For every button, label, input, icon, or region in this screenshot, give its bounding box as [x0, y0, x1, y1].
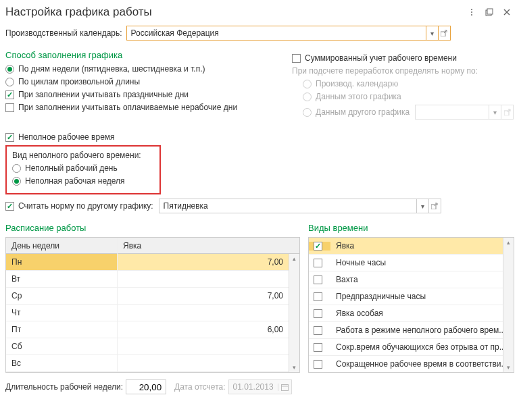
check-summarized[interactable]: Суммированный учет рабочего времени	[292, 53, 514, 63]
start-date-input: 01.01.2013	[228, 379, 292, 394]
calendar-icon	[278, 384, 291, 391]
svg-point-1	[471, 11, 472, 13]
cell-checkbox[interactable]	[309, 343, 330, 352]
cell-checkbox[interactable]	[309, 275, 330, 284]
radio-label: По циклам произвольной длины	[18, 77, 140, 86]
schedule-table-title: Расписание работы	[5, 223, 300, 233]
radio-by-week-days[interactable]: По дням недели (пятидневка, шестидневка …	[5, 64, 276, 74]
open-icon[interactable]	[428, 199, 441, 213]
radio-part-week[interactable]: Неполная рабочая неделя	[12, 176, 154, 186]
list-item[interactable]: Работа в режиме неполного рабочего врем.…	[309, 322, 514, 339]
more-icon[interactable]	[465, 5, 478, 19]
start-date-value: 01.01.2013	[229, 382, 278, 392]
list-item[interactable]: Сокр.время обучающихся без отрыва от пр.…	[309, 339, 514, 356]
checkbox-icon	[5, 103, 14, 112]
list-item[interactable]: Вахта	[309, 271, 514, 288]
checkbox-icon	[5, 90, 14, 99]
cell-checkbox[interactable]	[309, 309, 330, 318]
week-duration-input[interactable]	[126, 379, 166, 394]
cell-day[interactable]: Чт	[6, 305, 118, 321]
cell-checkbox[interactable]	[309, 326, 330, 335]
list-item[interactable]: Явка особая	[309, 305, 514, 322]
checkbox-icon	[292, 54, 301, 63]
cell-time-type: Работа в режиме неполного рабочего врем.…	[330, 322, 514, 338]
cell-checkbox[interactable]	[309, 292, 330, 301]
cell-hours[interactable]: 6,00	[118, 321, 299, 338]
radio-label: Неполный рабочий день	[25, 163, 118, 173]
checkbox-icon	[314, 275, 322, 284]
checkbox-icon	[314, 242, 322, 251]
list-item[interactable]: Предпраздничные часы	[309, 288, 514, 305]
window-restore-icon[interactable]	[483, 5, 496, 19]
cell-day[interactable]: Сб	[6, 338, 118, 355]
checkbox-label: Неполное рабочее время	[18, 132, 115, 142]
th-day[interactable]: День недели	[6, 238, 118, 254]
cell-hours[interactable]: 7,00	[118, 254, 299, 270]
radio-icon	[303, 80, 312, 88]
cell-day[interactable]: Ср	[6, 288, 118, 304]
cell-hours[interactable]: 7,00	[118, 288, 299, 304]
checkbox-label: Считать норму по другому графику:	[18, 201, 153, 211]
cell-day[interactable]: Пн	[6, 254, 118, 270]
table-row[interactable]: Пн7,00	[6, 254, 299, 271]
dropdown-icon[interactable]: ▾	[426, 26, 438, 40]
table-row[interactable]: Вс	[6, 355, 299, 372]
cell-day[interactable]: Вт	[6, 271, 118, 287]
radio-by-cycles[interactable]: По циклам произвольной длины	[5, 77, 276, 86]
check-part-time[interactable]: Неполное рабочее время	[5, 132, 514, 142]
cell-time-type: Вахта	[330, 271, 514, 288]
list-item[interactable]: Ночные часы	[309, 255, 514, 271]
scrollbar[interactable]: ▴▾	[289, 254, 299, 372]
calendar-select[interactable]: Российская Федерация ▾	[126, 26, 451, 41]
checkbox-icon	[314, 326, 322, 335]
table-row[interactable]: Вт	[6, 271, 299, 288]
dropdown-icon[interactable]: ▾	[416, 199, 428, 213]
checkbox-label: Суммированный учет рабочего времени	[305, 53, 457, 63]
radio-by-prod-calendar: Производ. календарю	[303, 79, 514, 88]
table-row[interactable]: Ср7,00	[6, 288, 299, 305]
radio-label: Данным другого графика	[316, 107, 410, 117]
table-row[interactable]: Сб	[6, 338, 299, 355]
svg-rect-4	[487, 9, 493, 14]
checkbox-icon	[314, 292, 322, 301]
week-duration-label: Длительность рабочей недели:	[5, 382, 123, 392]
svg-point-2	[471, 14, 472, 16]
cell-checkbox[interactable]	[309, 259, 330, 267]
radio-label: Производ. календарю	[316, 79, 398, 88]
cell-time-type: Сокр.время обучающихся без отрыва от пр.…	[330, 339, 514, 355]
scrollbar[interactable]: ▴▾	[503, 238, 514, 372]
open-icon	[501, 105, 513, 119]
table-row[interactable]: Пт6,00	[6, 321, 299, 338]
radio-by-other-schedule: Данным другого графика	[303, 107, 410, 117]
page-title: Настройка графика работы	[5, 5, 461, 19]
svg-point-0	[471, 9, 472, 10]
radio-icon	[12, 177, 21, 186]
list-item[interactable]: Явка	[309, 238, 514, 255]
select-value: Пятидневка	[159, 199, 416, 213]
cell-time-type: Сокращенное рабочее время в соответстви.…	[330, 356, 514, 372]
fill-method-title: Способ заполнения графика	[5, 50, 276, 60]
check-consider-holidays[interactable]: При заполнении учитывать праздничные дни	[5, 90, 276, 99]
close-icon[interactable]	[500, 5, 514, 19]
cell-checkbox[interactable]	[309, 242, 330, 251]
open-icon[interactable]	[438, 26, 450, 40]
calendar-value: Российская Федерация	[127, 26, 426, 40]
checkbox-label: При заполнении учитывать оплачиваемые не…	[18, 103, 237, 112]
table-row[interactable]: Чт	[6, 305, 299, 321]
checkbox-label: При заполнении учитывать праздничные дни	[18, 90, 189, 99]
norm-other-schedule-select[interactable]: Пятидневка ▾	[159, 199, 441, 213]
checkbox-icon	[314, 259, 322, 267]
cell-day[interactable]: Пт	[6, 321, 118, 338]
time-types-title: Виды времени	[308, 223, 514, 233]
th-hours[interactable]: Явка	[118, 238, 299, 254]
other-schedule-select-disabled: ▾	[415, 105, 514, 120]
cell-checkbox[interactable]	[309, 360, 330, 369]
check-norm-by-other[interactable]: Считать норму по другому графику:	[5, 201, 153, 211]
radio-part-day[interactable]: Неполный рабочий день	[12, 163, 154, 173]
checkbox-icon	[314, 343, 322, 352]
list-item[interactable]: Сокращенное рабочее время в соответстви.…	[309, 356, 514, 372]
check-consider-paid-nonwork[interactable]: При заполнении учитывать оплачиваемые не…	[5, 103, 276, 112]
radio-label: По дням недели (пятидневка, шестидневка …	[18, 64, 205, 74]
cell-day[interactable]: Вс	[6, 355, 118, 371]
part-time-type-group: Вид неполного рабочего времени: Неполный…	[5, 145, 161, 194]
